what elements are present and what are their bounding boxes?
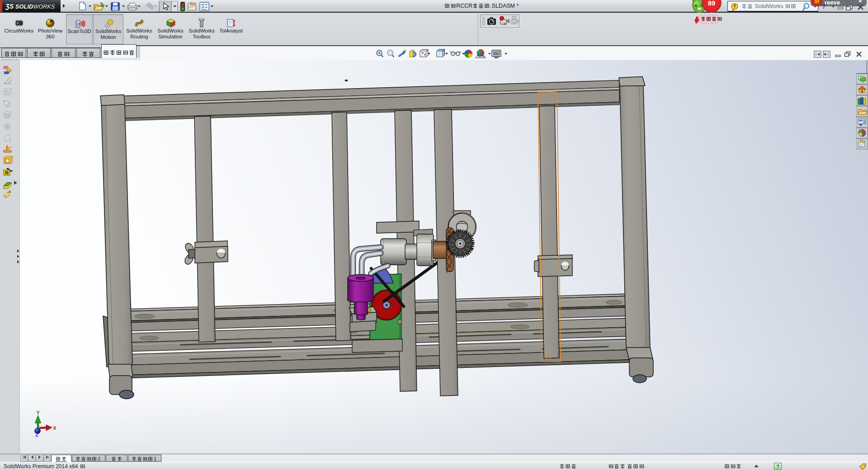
svg-text:X: X xyxy=(53,425,57,431)
svg-text:Z: Z xyxy=(35,432,38,437)
svg-text:Y: Y xyxy=(36,410,40,415)
svg-text:1: 1 xyxy=(154,456,156,461)
svg-text:89: 89 xyxy=(708,0,716,7)
svg-text:2: 2 xyxy=(98,456,100,461)
svg-text:?: ? xyxy=(733,4,736,9)
svg-text:M: M xyxy=(815,0,820,5)
